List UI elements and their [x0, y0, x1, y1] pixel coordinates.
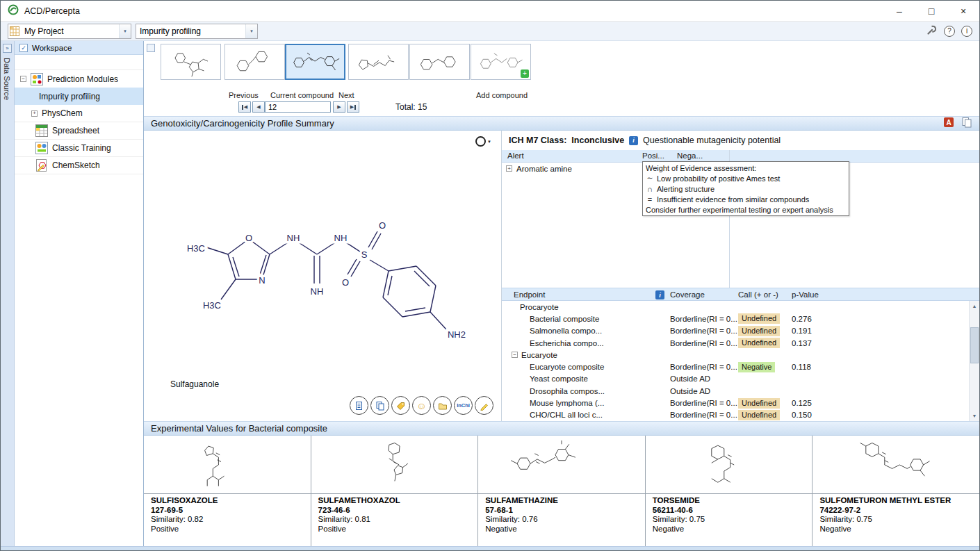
first-arrow-icon: ◀ — [244, 104, 247, 110]
card-cas: 57-68-1 — [485, 506, 638, 516]
edit-structure-button[interactable] — [475, 396, 493, 415]
endpoint-row[interactable]: Procaryote — [502, 301, 969, 313]
report-button[interactable] — [350, 396, 368, 415]
card-similarity: Similarity: 0.81 — [318, 515, 471, 525]
endpoint-name: Eucaryote composite — [530, 363, 604, 371]
compound-thumbnail[interactable] — [409, 44, 470, 80]
ich-note: Questionable mutagenicity potential — [643, 135, 781, 145]
sidebar-item-label: Prediction Modules — [47, 74, 118, 84]
app-logo-icon — [8, 4, 19, 18]
project-select[interactable]: My Project ▼ — [8, 24, 131, 39]
experimental-title: Experimental Values for Bacterial compos… — [151, 423, 327, 434]
scrollbar-thumb[interactable] — [970, 327, 979, 363]
workspace-checkbox[interactable]: ✓ — [19, 44, 28, 52]
data-source-strip[interactable]: » Data Source — [1, 41, 15, 546]
feedback-smiley-button[interactable]: ☺ — [412, 396, 431, 415]
module-select[interactable]: Impurity profiling ▼ — [136, 24, 258, 39]
endpoint-row[interactable]: CHO/CHL all loci c... Borderline(RI = 0.… — [502, 409, 969, 421]
minimize-button[interactable]: – — [883, 1, 915, 21]
similar-compound-card[interactable]: SULFAMETHAZINE 57-68-1 Similarity: 0.76 … — [478, 436, 646, 546]
sidebar-item-prediction-modules[interactable]: − Prediction Modules — [15, 70, 143, 88]
call-badge: Undefined — [738, 326, 780, 336]
similar-compound-card[interactable]: SULFOMETURON METHYL ESTER 74222-97-2 Sim… — [812, 436, 979, 546]
about-info-icon[interactable]: i — [961, 26, 972, 37]
current-compound-input[interactable] — [265, 101, 331, 113]
chevron-down-icon: ▼ — [487, 140, 491, 144]
endpoint-column: Endpoint — [514, 290, 545, 299]
copy-summary-icon[interactable] — [961, 117, 972, 130]
project-select-arrow-icon[interactable]: ▼ — [119, 24, 131, 38]
ich-info-icon[interactable]: i — [629, 136, 638, 145]
similar-compound-card[interactable]: SULFAMETHOXAZOL 723-46-6 Similarity: 0.8… — [311, 436, 479, 546]
positive-column: Posi... — [642, 151, 664, 160]
p-value: 0.125 — [792, 399, 830, 407]
endpoint-name: Bacterial composite — [530, 315, 599, 323]
card-info: SULFOMETURON METHYL ESTER 74222-97-2 Sim… — [812, 494, 979, 536]
endpoint-info-icon[interactable]: i — [655, 290, 664, 299]
sidebar-item-label: ChemSketch — [52, 161, 100, 170]
add-compound-thumbnail[interactable]: + — [471, 44, 531, 80]
endpoint-row[interactable]: −Eucaryote — [502, 349, 969, 361]
first-compound-button[interactable]: ◀ — [238, 101, 251, 113]
module-select-arrow-icon[interactable]: ▼ — [245, 24, 257, 38]
coverage-value: Borderline(RI = 0... — [670, 339, 738, 347]
endpoint-row[interactable]: Salmonella compo... Borderline(RI = 0...… — [502, 325, 969, 337]
close-button[interactable]: × — [947, 1, 979, 21]
endpoint-scrollbar[interactable]: ▲ ▼ — [969, 301, 979, 421]
workspace-gap — [15, 55, 143, 70]
add-plus-icon[interactable]: + — [521, 69, 529, 78]
export-button[interactable] — [433, 396, 452, 415]
card-info: TORSEMIDE 56211-40-6 Similarity: 0.75 Ne… — [646, 494, 812, 536]
expand-icon[interactable]: + — [31, 110, 38, 117]
expand-icon[interactable]: + — [506, 165, 512, 172]
endpoint-row[interactable]: Escherichia compo... Borderline(RI = 0..… — [502, 337, 969, 349]
first-bar-icon — [242, 105, 243, 110]
tag-button[interactable] — [391, 396, 410, 415]
prev-arrow-icon: ◀ — [256, 104, 260, 110]
compound-thumbnail[interactable] — [348, 44, 409, 80]
sidebar-item-classic-training[interactable]: Classic Training — [15, 140, 143, 157]
last-compound-button[interactable]: ▶ — [347, 101, 359, 113]
inchi-button[interactable]: InChI — [454, 396, 473, 415]
sidebar-item-impurity-profiling[interactable]: Impurity profiling — [15, 88, 143, 105]
collapse-icon[interactable]: − — [512, 352, 518, 358]
atom-label: O — [342, 277, 349, 288]
collapse-icon[interactable]: − — [20, 76, 26, 82]
endpoint-row[interactable]: Drosophila compos... Outside AD — [502, 385, 969, 397]
previous-compound-button[interactable]: ◀ — [252, 101, 265, 113]
card-call: Positive — [318, 525, 471, 534]
atom-label: H3C — [203, 300, 221, 311]
scroll-down-icon[interactable]: ▼ — [970, 411, 979, 421]
similar-compound-card[interactable]: SULFISOXAZOLE 127-69-5 Similarity: 0.82 … — [144, 436, 311, 546]
sidebar-item-physchem[interactable]: + PhysChem — [15, 105, 143, 122]
structure-view-dropdown[interactable]: ▼ — [475, 136, 491, 147]
sidebar-item-spreadsheet[interactable]: Spreadsheet — [15, 122, 143, 140]
endpoint-row[interactable]: Eucaryote composite Borderline(RI = 0...… — [502, 361, 969, 372]
endpoint-row[interactable]: Yeast composite Outside AD — [502, 373, 969, 385]
pdf-export-icon[interactable]: A — [943, 117, 954, 130]
previous-label: Previous — [229, 91, 259, 99]
scroll-up-icon[interactable]: ▲ — [970, 301, 979, 311]
similar-compound-card[interactable]: TORSEMIDE 56211-40-6 Similarity: 0.75 Ne… — [646, 436, 813, 546]
endpoint-row[interactable]: Mouse lymphoma (... Borderline(RI = 0...… — [502, 397, 969, 409]
strip-expand-icon[interactable]: » — [3, 44, 12, 53]
copy-report-button[interactable] — [370, 396, 389, 415]
prediction-modules-icon — [31, 73, 43, 85]
sidebar-item-chemsketch[interactable]: ChemSketch — [15, 157, 143, 174]
call-badge: Undefined — [738, 410, 780, 420]
last-arrow-icon: ▶ — [350, 104, 354, 110]
compound-thumbnail[interactable] — [161, 44, 221, 80]
maximize-button[interactable]: □ — [915, 1, 947, 21]
settings-wrench-icon[interactable] — [926, 24, 938, 38]
endpoint-name: Drosophila compos... — [530, 387, 605, 395]
alert-column: Alert — [507, 151, 524, 160]
endpoint-row[interactable]: Bacterial composite Borderline(RI = 0...… — [502, 313, 969, 324]
endpoint-name: Mouse lymphoma (... — [530, 399, 604, 407]
compound-thumbnail-selected[interactable] — [285, 44, 345, 80]
compound-thumbnail[interactable] — [224, 44, 285, 80]
help-icon[interactable]: ? — [944, 26, 955, 37]
next-compound-button[interactable]: ▶ — [333, 101, 345, 113]
collapse-panel-button[interactable] — [147, 44, 155, 52]
card-structure — [812, 436, 979, 494]
call-badge: Undefined — [738, 398, 780, 409]
